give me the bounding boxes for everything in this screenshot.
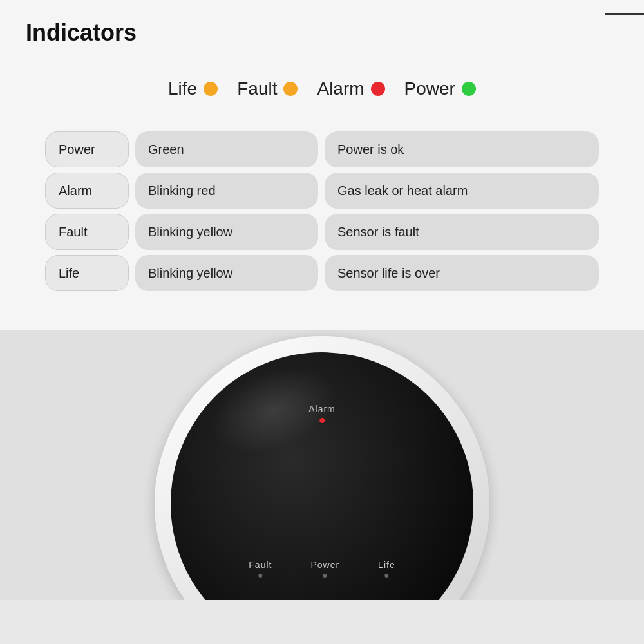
device-life-dot <box>384 574 388 578</box>
row-name-fault: Fault <box>45 214 129 250</box>
device-life-item: Life <box>378 560 395 578</box>
bottom-section: Alarm Fault Power <box>0 330 644 600</box>
row-name-alarm: Alarm <box>45 173 129 209</box>
legend-label-power: Power <box>404 79 455 99</box>
legend-label-life: Life <box>168 79 197 99</box>
device-life-label: Life <box>378 560 395 570</box>
row-desc-fault: Sensor is fault <box>325 214 599 250</box>
row-blink-alarm: Blinking red <box>135 173 318 209</box>
row-name-life: Life <box>45 255 129 291</box>
device-outer-ring: Alarm Fault Power <box>155 336 489 600</box>
legend-dot-fault <box>283 82 298 96</box>
device-alarm-section: Alarm <box>308 404 336 423</box>
row-desc-alarm: Gas leak or heat alarm <box>325 173 599 209</box>
indicator-table: Power Alarm Fault Life Green Blinking re… <box>26 131 618 291</box>
row-name-power: Power <box>45 131 129 167</box>
device-inner: Alarm Fault Power <box>171 352 473 600</box>
legend-item-power: Power <box>404 79 476 99</box>
page-container: Indicators Life Fault Alarm Power <box>0 0 644 644</box>
row-desc-life: Sensor life is over <box>325 255 599 291</box>
row-blink-power: Green <box>135 131 318 167</box>
device-power-label: Power <box>310 560 339 570</box>
row-desc-power: Power is ok <box>325 131 599 167</box>
legend-dot-power <box>462 82 476 96</box>
device-alarm-label: Alarm <box>308 404 336 414</box>
col-blink: Green Blinking red Blinking yellow Blink… <box>135 131 318 291</box>
legend-dot-alarm <box>371 82 385 96</box>
legend-item-fault: Fault <box>237 79 298 99</box>
row-blink-life: Blinking yellow <box>135 255 318 291</box>
device-power-item: Power <box>310 560 339 578</box>
legend-label-alarm: Alarm <box>317 79 364 99</box>
legend-label-fault: Fault <box>237 79 277 99</box>
legend-row: Life Fault Alarm Power <box>26 72 618 106</box>
row-blink-fault: Blinking yellow <box>135 214 318 250</box>
device-wrapper: Alarm Fault Power <box>142 349 502 600</box>
top-section: Indicators Life Fault Alarm Power <box>0 0 644 330</box>
col-names: Power Alarm Fault Life <box>45 131 129 291</box>
legend-item-life: Life <box>168 79 218 99</box>
legend-dot-life <box>204 82 218 96</box>
legend-item-alarm: Alarm <box>317 79 384 99</box>
device-fault-item: Fault <box>249 560 272 578</box>
col-desc: Power is ok Gas leak or heat alarm Senso… <box>325 131 599 291</box>
page-title: Indicators <box>26 19 618 46</box>
device-power-dot <box>323 574 327 578</box>
device-bottom-row: Fault Power Life <box>249 560 395 578</box>
device-alarm-dot <box>319 418 325 423</box>
device-fault-label: Fault <box>249 560 272 570</box>
device-fault-dot <box>258 574 262 578</box>
corner-line <box>605 13 644 15</box>
